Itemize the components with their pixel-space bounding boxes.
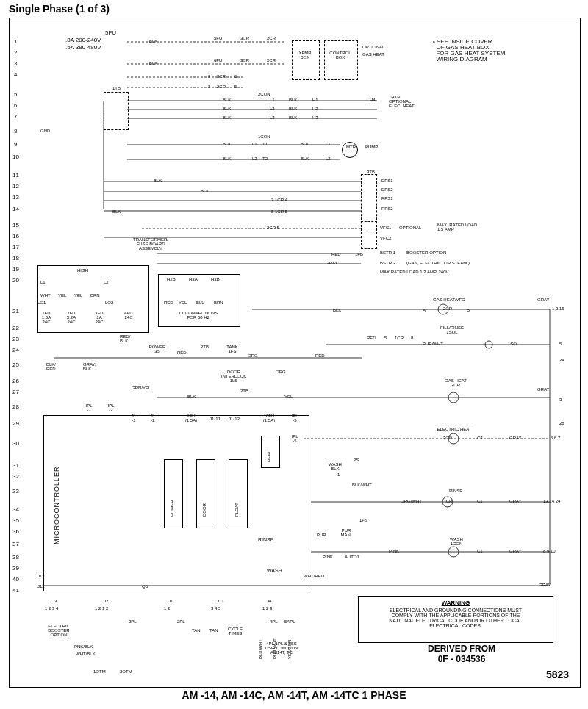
lbl-j4: J4	[267, 599, 271, 603]
lbl-blk-1con2: BLK	[223, 156, 231, 161]
row-11: 11	[12, 173, 19, 179]
lbl-b: B	[467, 308, 470, 312]
ref-21: 1,2,15	[552, 306, 564, 311]
lbl-2cr-r: 2CR	[443, 306, 452, 311]
lbl-wht-red: WHT/RED	[304, 574, 324, 578]
tfb-c0: WHT	[40, 293, 51, 298]
lbl-blk-r27: BLK	[187, 395, 196, 399]
lbl-blk-mtr2: BLK	[301, 156, 309, 161]
lbl-grn-yel: GRN/YEL	[132, 386, 151, 390]
lbl-tan2: TAN	[209, 628, 218, 633]
lbl-h4: H4	[370, 98, 376, 102]
inside-cover-note: • SEE INSIDE COVER OF GAS HEAT BOX FOR G…	[433, 39, 505, 62]
lbl-dps2: DPS2	[381, 187, 393, 192]
row-15: 15	[12, 223, 19, 228]
derived-num: 0F - 034536	[406, 655, 517, 663]
tfb-l2: L2	[104, 280, 109, 284]
lbl-bstr2: BSTR 2	[380, 261, 395, 265]
row-39: 39	[12, 566, 19, 572]
lbl-j12: J12	[37, 584, 45, 589]
ipl-5b: IPL -5	[286, 434, 304, 443]
lbl-blk-red: BLK/ RED	[46, 362, 56, 371]
lbl-gray-r28: GRAY	[537, 387, 550, 392]
transformer-title: TRANSFORMER/ FUSE BOARD ASSEMBLY	[120, 237, 182, 251]
lbl-6: 6	[234, 74, 237, 79]
lbl-l1a: L1	[270, 98, 275, 102]
lt-c6: BLU	[196, 300, 205, 305]
lbl-wash-blk: WASH BLK	[323, 462, 348, 471]
lbl-2cr3: 2CR	[217, 84, 226, 89]
lbl-yel-r27: YEL	[284, 395, 293, 399]
lbl-h3a: H3A	[189, 277, 198, 281]
row-7: 7	[14, 114, 17, 120]
lbl-t2: T2	[262, 156, 268, 161]
lbl-gray-bstr2: GRAY	[326, 261, 338, 265]
lbl-2tb: 2TB	[201, 345, 209, 349]
lbl-gray-blk: GRAY/ BLK	[83, 362, 96, 371]
lbl-8-1cr-5: 8 1CR 5	[271, 209, 287, 214]
row-16: 16	[12, 234, 19, 240]
lbl-gray-r39: GRAY	[509, 549, 522, 553]
blk-rinse: RINSE	[258, 537, 273, 542]
row-17: 17	[12, 245, 19, 251]
lbl-org-r26: ORG	[276, 370, 286, 374]
ipl-2: IPL -2	[102, 403, 120, 412]
lbl-j11: J11	[217, 599, 224, 603]
lbl-blk-tl2: BLK	[149, 61, 157, 65]
row-22: 22	[12, 325, 19, 331]
lbl-icr: ICR	[445, 499, 452, 503]
lbl-bstr1-note: BOOSTER-OPTION	[406, 251, 446, 255]
lbl-wash-1con: WASH 1CON	[442, 537, 471, 546]
lbl-7-1cr-4: 7 1CR 4	[271, 198, 287, 202]
lbl-3cr: 3CR	[443, 436, 452, 440]
row-31: 31	[12, 463, 19, 469]
row-3: 3	[14, 61, 17, 67]
lbl-rinse-r: RINSE	[449, 489, 462, 493]
lbl-gnd: GND	[40, 129, 50, 133]
lbl-high: HIGH	[77, 268, 88, 273]
tfb-c1: YEL	[58, 293, 66, 298]
lt-c4: RED	[164, 300, 173, 305]
lbl-8-r23: 8	[411, 336, 413, 340]
lbl-l1b: L1	[252, 142, 257, 146]
xfmr-box: XFMR BOX	[293, 51, 317, 60]
tfb-lo2: LO2	[105, 300, 113, 305]
blk-door: DOOR	[202, 503, 207, 517]
lbl-1htr: 1HTR OPTIONAL ELEC. HEAT	[389, 95, 415, 108]
row-34: 34	[12, 507, 19, 513]
lbl-door-int: DOOR INTERLOCK 1LS	[209, 370, 258, 383]
lbl-1-mid: 1	[337, 472, 340, 477]
tfb-fu4: 4FU 24C	[118, 311, 139, 320]
lbl-rps1: RPS1	[381, 196, 393, 201]
lbl-j13: J13	[37, 574, 45, 578]
ipl-5a: IPL -5	[286, 414, 304, 422]
lbl-org-wht-r35: ORG/WHT	[401, 499, 422, 503]
row-2: 2	[14, 50, 17, 56]
lbl-q6: Q6	[142, 584, 148, 589]
lbl-blk-mtr1: BLK	[301, 142, 309, 146]
lbl-2tb-r27: 2TB	[240, 389, 248, 393]
warning-text: ELECTRICAL AND GROUNDING CONNECTIONS MUS…	[362, 608, 550, 628]
lt-c7: BRN	[214, 300, 223, 305]
tfb-c2: YEL	[74, 293, 82, 298]
row-26: 26	[12, 378, 19, 384]
row-13: 13	[12, 195, 19, 201]
lbl-2cr2: 2CR	[267, 58, 276, 62]
row-29: 29	[12, 421, 19, 427]
lbl-vfc-opt: OPTIONAL	[399, 226, 421, 230]
lbl-2pl: 2PL	[129, 619, 137, 624]
blk-heat: HEAT	[267, 450, 271, 462]
lbl-pur-wht-r24: PUR/WHT	[423, 342, 443, 346]
row-4: 4	[14, 72, 17, 78]
row-37: 37	[12, 541, 19, 547]
iifu: IIFU (1.5A)	[179, 414, 204, 422]
ref-35: 13,14,24	[543, 499, 560, 503]
blk-wash: WASH	[267, 568, 282, 573]
warning-title: WARNING	[362, 600, 550, 606]
lbl-c1b: C1	[477, 549, 483, 553]
lbl-3cr3: 3CR	[217, 74, 226, 79]
diagram-frame: 1 2 3 4 5 6 7 8 9 10 11 12 13 14 15 16 1…	[9, 18, 581, 688]
lbl-j11-n: 3 4 5	[211, 606, 220, 611]
lbl-blk-r5d: BLK	[289, 98, 297, 102]
lbl-h3b: H3B	[211, 277, 220, 281]
